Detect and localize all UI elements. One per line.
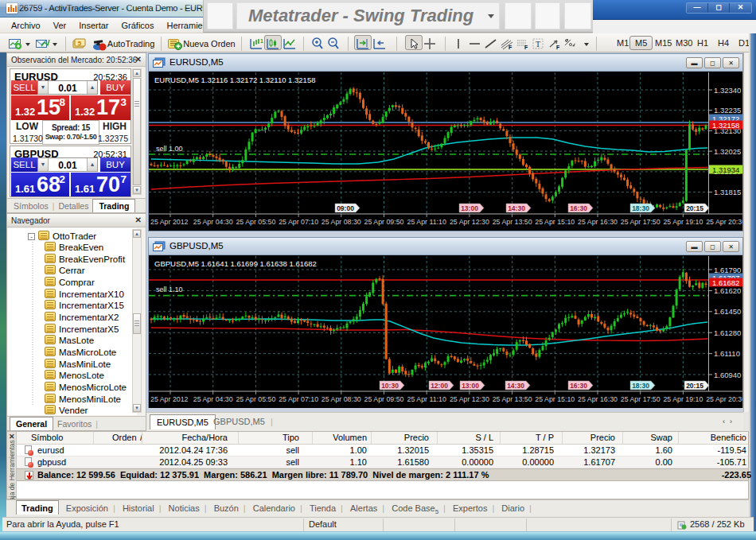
- svg-text:14:30: 14:30: [508, 204, 525, 212]
- svg-text:1.32158: 1.32158: [712, 121, 739, 130]
- svg-text:25 Apr 05:50: 25 Apr 05:50: [236, 218, 275, 226]
- svg-text:25 Apr 17:50: 25 Apr 17:50: [621, 218, 661, 226]
- svg-text:25 Apr 11:10: 25 Apr 11:10: [407, 218, 446, 226]
- svg-text:1.61682: 1.61682: [712, 278, 739, 287]
- svg-text:20:15: 20:15: [686, 382, 703, 390]
- svg-text:F: F: [524, 45, 528, 50]
- svg-text:16:30: 16:30: [570, 382, 587, 390]
- svg-text:1.61110: 1.61110: [714, 349, 740, 358]
- svg-text:EURUSD,M5 1.32116 1.32172 1.3: EURUSD,M5 1.32116 1.32172 1.32110 1.3215…: [154, 76, 315, 84]
- svg-text:25 Apr 13:50: 25 Apr 13:50: [493, 218, 532, 226]
- svg-text:25 Apr 09:50: 25 Apr 09:50: [364, 218, 404, 226]
- svg-text:13:00: 13:00: [461, 204, 478, 212]
- svg-text:25 Apr 12:30: 25 Apr 12:30: [450, 218, 489, 226]
- svg-text:25 Apr 16:30: 25 Apr 16:30: [578, 218, 618, 226]
- svg-text:25 Apr 12:30: 25 Apr 12:30: [450, 395, 489, 403]
- svg-text:1.61280: 1.61280: [714, 328, 741, 337]
- svg-text:5: 5: [78, 40, 82, 47]
- svg-text:25 Apr 17:50: 25 Apr 17:50: [621, 395, 661, 403]
- svg-text:12:00: 12:00: [431, 382, 448, 390]
- svg-text:25 Apr 11:10: 25 Apr 11:10: [407, 395, 446, 403]
- svg-text:25 Apr 15:10: 25 Apr 15:10: [535, 395, 575, 403]
- svg-text:25 Apr 07:10: 25 Apr 07:10: [279, 395, 318, 403]
- svg-text:25 Apr 08:30: 25 Apr 08:30: [321, 218, 361, 226]
- svg-text:16:30: 16:30: [570, 204, 587, 212]
- svg-text:25 Apr 04:30: 25 Apr 04:30: [193, 218, 233, 226]
- svg-text:25 Apr 04:30: 25 Apr 04:30: [193, 395, 233, 403]
- svg-text:1.32340: 1.32340: [714, 86, 741, 95]
- svg-text:1.61450: 1.61450: [714, 307, 741, 316]
- svg-text:1.61620: 1.61620: [714, 286, 741, 295]
- svg-text:25 Apr 19:10: 25 Apr 19:10: [663, 395, 703, 403]
- svg-text:25 Apr 15:10: 25 Apr 15:10: [535, 218, 575, 226]
- svg-text:25 Apr 20:30: 25 Apr 20:30: [706, 395, 742, 403]
- svg-text:1.32025: 1.32025: [714, 147, 741, 156]
- svg-text:25 Apr 08:30: 25 Apr 08:30: [321, 395, 361, 403]
- svg-text:sell 1.10: sell 1.10: [156, 286, 183, 293]
- svg-text:18:30: 18:30: [632, 204, 649, 212]
- svg-text:sell 1.00: sell 1.00: [156, 145, 183, 153]
- svg-text:25 Apr 20:30: 25 Apr 20:30: [706, 218, 742, 226]
- svg-text:25 Apr 2012: 25 Apr 2012: [150, 395, 189, 403]
- svg-text:25 Apr 2012: 25 Apr 2012: [150, 218, 189, 226]
- svg-text:20:15: 20:15: [686, 204, 703, 212]
- svg-text:T: T: [536, 40, 540, 49]
- svg-text:25 Apr 19:10: 25 Apr 19:10: [663, 218, 703, 226]
- svg-text:1.31934: 1.31934: [712, 165, 739, 174]
- svg-text:1: 1: [260, 38, 263, 44]
- svg-text:25 Apr 07:10: 25 Apr 07:10: [279, 218, 318, 226]
- svg-text:18:30: 18:30: [632, 382, 649, 390]
- svg-text:25 Apr 05:50: 25 Apr 05:50: [236, 395, 275, 403]
- svg-text:1.31815: 1.31815: [714, 188, 741, 196]
- svg-text:F: F: [556, 45, 560, 50]
- svg-text:F: F: [509, 45, 512, 50]
- svg-text:25 Apr 09:50: 25 Apr 09:50: [364, 395, 404, 403]
- svg-text:25 Apr 13:50: 25 Apr 13:50: [493, 395, 532, 403]
- svg-text:10:30: 10:30: [381, 382, 399, 390]
- svg-text:13:00: 13:00: [462, 382, 479, 390]
- svg-text:25 Apr 16:30: 25 Apr 16:30: [578, 395, 618, 403]
- svg-text:GBPUSD,M5 1.61641 1.61699 1.6: GBPUSD,M5 1.61641 1.61699 1.61638 1.6168…: [154, 259, 317, 268]
- svg-text:09:00: 09:00: [337, 204, 354, 212]
- svg-text:14:30: 14:30: [507, 382, 524, 390]
- svg-text:1.60940: 1.60940: [714, 371, 741, 379]
